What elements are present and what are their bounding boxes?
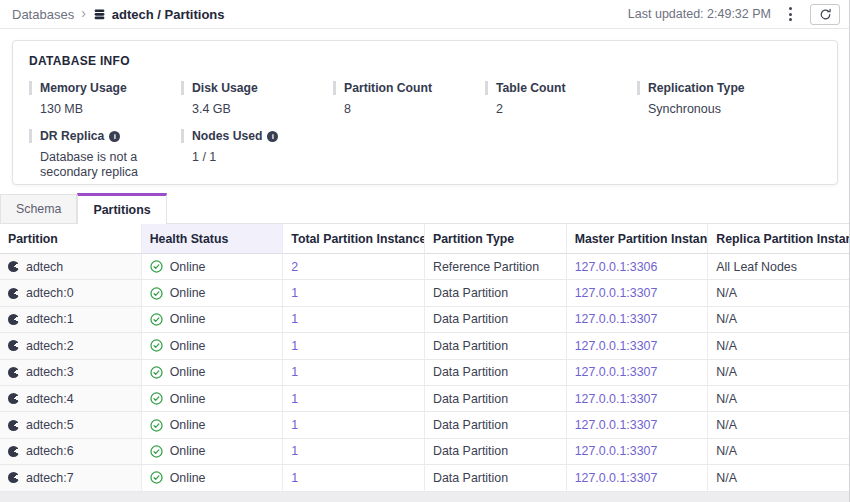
column-header-partition[interactable]: Partition bbox=[0, 224, 142, 254]
total-instances-link[interactable]: 2 bbox=[283, 254, 425, 280]
online-check-icon bbox=[150, 419, 163, 432]
info-icon[interactable]: i bbox=[267, 131, 278, 142]
master-instance-link[interactable]: 127.0.0.1:3307 bbox=[567, 412, 709, 438]
partition-pie-icon bbox=[8, 393, 19, 404]
column-header-replica-instance[interactable]: Replica Partition Instance ... bbox=[708, 224, 850, 254]
health-status-cell: Online bbox=[142, 360, 284, 386]
breadcrumb: Databases › adtech / Partitions bbox=[12, 6, 225, 22]
kebab-menu-button[interactable] bbox=[783, 3, 798, 25]
table-row[interactable]: adtech:6 Online 1 Data Partition 127.0.0… bbox=[0, 439, 850, 465]
stat-value: Synchronous bbox=[637, 102, 789, 117]
health-status-cell: Online bbox=[142, 439, 284, 465]
health-status-cell: Online bbox=[142, 333, 284, 359]
table-row[interactable]: adtech:0 Online 1 Data Partition 127.0.0… bbox=[0, 280, 850, 306]
column-header-master-instance[interactable]: Master Partition Instance ... bbox=[567, 224, 709, 254]
total-instances-link[interactable]: 1 bbox=[283, 439, 425, 465]
partition-type-cell: Reference Partition bbox=[425, 254, 567, 280]
replica-instance-cell: All Leaf Nodes bbox=[708, 254, 850, 280]
health-status-text: Online bbox=[170, 260, 206, 274]
stat-nodes-used: Nodes Used i 1 / 1 bbox=[181, 129, 333, 180]
master-instance-link[interactable]: 127.0.0.1:3307 bbox=[567, 465, 709, 491]
table-row[interactable]: adtech:7 Online 1 Data Partition 127.0.0… bbox=[0, 465, 850, 491]
database-icon bbox=[93, 8, 106, 21]
stat-table-count: Table Count 2 bbox=[485, 81, 637, 117]
online-check-icon bbox=[150, 339, 163, 352]
stat-replication-type: Replication Type Synchronous bbox=[637, 81, 789, 117]
stat-value: 1 / 1 bbox=[181, 150, 333, 165]
master-instance-link[interactable]: 127.0.0.1:3307 bbox=[567, 333, 709, 359]
total-instances-link[interactable]: 1 bbox=[283, 386, 425, 412]
card-title: DATABASE INFO bbox=[29, 54, 821, 68]
total-instances-link[interactable]: 1 bbox=[283, 307, 425, 333]
partition-cell: adtech:7 bbox=[0, 465, 142, 491]
partition-type-cell: Data Partition bbox=[425, 360, 567, 386]
column-header-health-status[interactable]: Health Status bbox=[142, 224, 284, 254]
kebab-dot bbox=[789, 18, 792, 21]
total-instances-link[interactable]: 1 bbox=[283, 465, 425, 491]
table-row[interactable]: adtech:3 Online 1 Data Partition 127.0.0… bbox=[0, 360, 850, 386]
total-instances-link[interactable]: 1 bbox=[283, 333, 425, 359]
table-row[interactable]: adtech:4 Online 1 Data Partition 127.0.0… bbox=[0, 386, 850, 412]
column-header-partition-type[interactable]: Partition Type bbox=[425, 224, 567, 254]
replica-instance-cell: N/A bbox=[708, 386, 850, 412]
stat-memory-usage: Memory Usage 130 MB bbox=[29, 81, 181, 117]
master-instance-link[interactable]: 127.0.0.1:3306 bbox=[567, 254, 709, 280]
table-row[interactable]: adtech:5 Online 1 Data Partition 127.0.0… bbox=[0, 412, 850, 438]
stat-label: Memory Usage bbox=[29, 81, 181, 95]
health-status-text: Online bbox=[170, 418, 206, 432]
total-instances-link[interactable]: 1 bbox=[283, 280, 425, 306]
tab-partitions[interactable]: Partitions bbox=[77, 193, 166, 224]
partition-type-cell: Data Partition bbox=[425, 386, 567, 412]
health-status-cell: Online bbox=[142, 254, 284, 280]
topbar-actions: Last updated: 2:49:32 PM bbox=[628, 3, 840, 25]
master-instance-link[interactable]: 127.0.0.1:3307 bbox=[567, 360, 709, 386]
master-instance-link[interactable]: 127.0.0.1:3307 bbox=[567, 386, 709, 412]
replica-instance-cell: N/A bbox=[708, 333, 850, 359]
stat-dr-replica: DR Replica i Database is not a secondary… bbox=[29, 129, 181, 180]
master-instance-link[interactable]: 127.0.0.1:3307 bbox=[567, 280, 709, 306]
partition-cell: adtech:6 bbox=[0, 439, 142, 465]
stats-row-1: Memory Usage 130 MB Disk Usage 3.4 GB Pa… bbox=[29, 81, 821, 117]
info-icon[interactable]: i bbox=[109, 131, 120, 142]
stat-partition-count: Partition Count 8 bbox=[333, 81, 485, 117]
table-header: Partition Health Status Total Partition … bbox=[0, 224, 850, 254]
table-row[interactable]: adtech:1 Online 1 Data Partition 127.0.0… bbox=[0, 307, 850, 333]
kebab-dot bbox=[789, 7, 792, 10]
master-instance-link[interactable]: 127.0.0.1:3307 bbox=[567, 307, 709, 333]
stat-label: Table Count bbox=[485, 81, 637, 95]
stat-label: Partition Count bbox=[333, 81, 485, 95]
stat-value: Database is not a secondary replica bbox=[29, 150, 169, 180]
total-instances-link[interactable]: 1 bbox=[283, 412, 425, 438]
stat-value: 8 bbox=[333, 102, 485, 117]
last-updated-text: Last updated: 2:49:32 PM bbox=[628, 7, 771, 21]
online-check-icon bbox=[150, 445, 163, 458]
breadcrumb-databases-link[interactable]: Databases bbox=[12, 7, 74, 22]
master-instance-link[interactable]: 127.0.0.1:3307 bbox=[567, 439, 709, 465]
partition-cell: adtech:5 bbox=[0, 412, 142, 438]
table-row[interactable]: adtech:2 Online 1 Data Partition 127.0.0… bbox=[0, 333, 850, 359]
health-status-text: Online bbox=[170, 339, 206, 353]
tab-schema[interactable]: Schema bbox=[0, 194, 77, 223]
partitions-table: Partition Health Status Total Partition … bbox=[0, 224, 850, 492]
replica-instance-cell: N/A bbox=[708, 280, 850, 306]
stats-row-2: DR Replica i Database is not a secondary… bbox=[29, 129, 821, 180]
column-header-total-instances[interactable]: Total Partition Instances bbox=[283, 224, 425, 254]
health-status-cell: Online bbox=[142, 307, 284, 333]
replica-instance-cell: N/A bbox=[708, 439, 850, 465]
partition-cell: adtech:0 bbox=[0, 280, 142, 306]
partition-cell: adtech:1 bbox=[0, 307, 142, 333]
stat-label: Nodes Used i bbox=[181, 129, 333, 143]
partition-pie-icon bbox=[8, 420, 19, 431]
table-row[interactable]: adtech Online 2 Reference Partition 127.… bbox=[0, 254, 850, 280]
health-status-text: Online bbox=[170, 286, 206, 300]
partition-type-cell: Data Partition bbox=[425, 280, 567, 306]
partition-type-cell: Data Partition bbox=[425, 333, 567, 359]
stat-label: DR Replica i bbox=[29, 129, 181, 143]
partition-cell: adtech:2 bbox=[0, 333, 142, 359]
refresh-button[interactable] bbox=[810, 4, 840, 25]
total-instances-link[interactable]: 1 bbox=[283, 360, 425, 386]
health-status-text: Online bbox=[170, 365, 206, 379]
page-title-text: adtech / Partitions bbox=[112, 7, 225, 22]
refresh-icon bbox=[819, 8, 832, 21]
partition-pie-icon bbox=[8, 446, 19, 457]
